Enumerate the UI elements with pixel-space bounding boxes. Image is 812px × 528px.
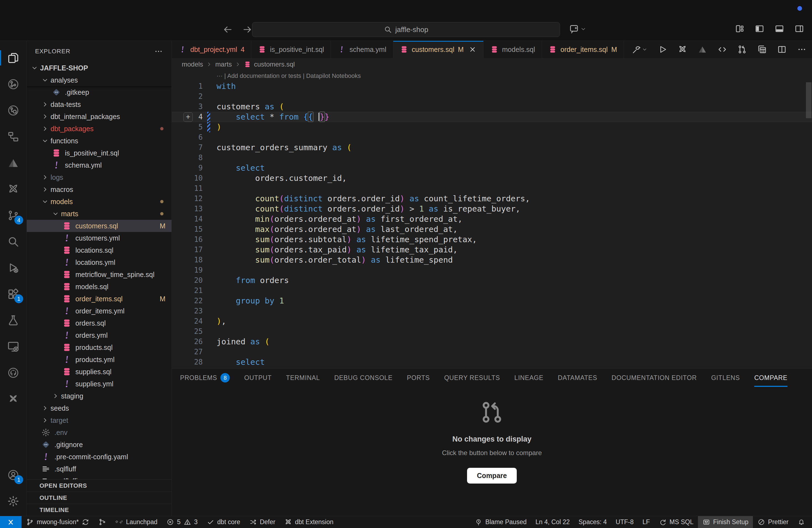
activity-bar-item[interactable] (0, 254, 27, 281)
tree-item[interactable]: schema.yml (27, 159, 172, 171)
close-icon[interactable] (468, 45, 477, 54)
editor-action[interactable] (632, 44, 648, 54)
editor-action[interactable] (697, 44, 707, 54)
status-item[interactable]: Launchpad (111, 516, 162, 528)
panel-tab[interactable]: PROBLEMS 8 (180, 369, 230, 387)
activity-bar-item[interactable] (0, 386, 27, 412)
toggle-sidebar-icon[interactable] (755, 24, 765, 34)
breadcrumb-file[interactable]: customers.sql (254, 60, 295, 68)
code-line[interactable]: 29 customers.*, (172, 367, 812, 368)
status-item[interactable]: Defer (245, 516, 280, 528)
activity-bar-item[interactable]: 4 (0, 202, 27, 229)
editor-action[interactable] (777, 44, 787, 54)
tree-item[interactable]: .pre-commit-config.yaml (27, 451, 172, 463)
tree-item[interactable]: is_positive_int.sql (27, 147, 172, 159)
code-line[interactable]: 5) (172, 122, 812, 132)
tree-item[interactable]: customers.yml (27, 232, 172, 244)
toggle-panel-icon[interactable] (774, 24, 784, 34)
code-line[interactable]: 13 count(distinct orders.order_id) > 1 a… (172, 204, 812, 214)
tree-item[interactable]: data-tests (27, 98, 172, 111)
breadcrumb-folder[interactable]: marts (215, 60, 232, 68)
editor-tab[interactable]: schema.yml (331, 41, 393, 58)
activity-bar-item[interactable] (0, 71, 27, 97)
panel-tab[interactable]: TERMINAL (286, 369, 320, 387)
activity-bar-item[interactable] (0, 150, 27, 176)
code-line[interactable]: 7customer_orders_summary as ( (172, 143, 812, 153)
status-item[interactable]: dbt Extension (280, 516, 338, 528)
code-line[interactable]: 6 (172, 132, 812, 143)
tree-item[interactable]: order_items.yml (27, 305, 172, 317)
editor-tab[interactable]: dbt_project.yml 4 (172, 41, 251, 58)
code-line[interactable]: 16 sum(orders.subtotal) as lifetime_spen… (172, 234, 812, 245)
tree-item[interactable]: metricflow_time_spine.sql (27, 268, 172, 281)
status-item[interactable]: Spaces: 4 (574, 516, 611, 528)
copilot-menu[interactable] (569, 24, 586, 34)
status-item[interactable] (0, 516, 21, 528)
tree-item[interactable]: products.yml (27, 353, 172, 366)
sidebar-section-header[interactable]: OUTLINE (27, 492, 172, 504)
activity-bar-item[interactable] (0, 307, 27, 333)
editor-action[interactable] (737, 44, 747, 54)
editor-action[interactable] (797, 44, 807, 54)
status-item[interactable]: Ln 4, Col 22 (531, 516, 574, 528)
tree-item[interactable]: functions (27, 135, 172, 147)
code-line[interactable]: 17 sum(orders.tax_paid) as lifetime_tax_… (172, 245, 812, 255)
editor-tab[interactable]: models.sql (483, 41, 542, 58)
codelens[interactable]: ··· | Add documentation or tests | Datap… (172, 71, 812, 81)
scrollbar-thumb[interactable] (806, 82, 811, 118)
tree-item[interactable]: locations.yml (27, 256, 172, 268)
forward-icon[interactable] (242, 24, 253, 35)
tree-item[interactable]: seeds (27, 402, 172, 414)
code-line[interactable]: 14 min(orders.ordered_at) as first_order… (172, 214, 812, 224)
activity-bar-item[interactable] (0, 123, 27, 150)
code-line[interactable]: 24), (172, 316, 812, 326)
tree-item[interactable]: logs (27, 171, 172, 184)
status-item[interactable]: dbt core (202, 516, 245, 528)
tree-item[interactable]: models (27, 195, 172, 208)
code-line[interactable]: 15 max(orders.ordered_at) as last_ordere… (172, 224, 812, 234)
activity-bar-item[interactable]: 1 (0, 281, 27, 307)
status-item[interactable]: MS SQL (654, 516, 698, 528)
tree-item[interactable]: dbt_packages (27, 122, 172, 135)
activity-bar-item[interactable] (0, 488, 27, 514)
sidebar-section-header[interactable]: TIMELINE (27, 504, 172, 516)
code-line[interactable]: 4+ select * from {{ }} (172, 112, 812, 122)
editor-tab[interactable]: customers.sql M (393, 41, 483, 58)
activity-bar-item[interactable] (0, 176, 27, 202)
toggle-secondary-sidebar-icon[interactable] (794, 24, 804, 34)
code-line[interactable]: 11 (172, 184, 812, 194)
code-line[interactable]: 22 group by 1 (172, 296, 812, 306)
gutter-add-button[interactable]: + (184, 113, 193, 122)
status-item[interactable]: LF (638, 516, 654, 528)
tree-item[interactable]: supplies.yml (27, 378, 172, 390)
panel-tab[interactable]: DEBUG CONSOLE (334, 369, 392, 387)
status-item[interactable] (94, 516, 111, 528)
code-line[interactable]: 26joined as ( (172, 337, 812, 347)
tree-item[interactable]: JAFFLE-SHOP (27, 62, 172, 74)
code-line[interactable]: 18 sum(orders.order_total) as lifetime_s… (172, 255, 812, 265)
tree-item[interactable]: target (27, 414, 172, 426)
tree-item[interactable]: order_items.sql M (27, 293, 172, 305)
back-icon[interactable] (222, 24, 233, 35)
tree-item[interactable]: analyses (27, 74, 172, 86)
panel-tab[interactable]: DATAMATES (558, 369, 597, 387)
editor-action[interactable] (757, 44, 767, 54)
tree-item[interactable]: supplies.sql (27, 366, 172, 378)
code-line[interactable]: 10 orders.customer_id, (172, 173, 812, 184)
tree-item[interactable]: .env (27, 426, 172, 439)
panel-tab[interactable]: PORTS (407, 369, 430, 387)
tree-item[interactable]: dbt_internal_packages (27, 111, 172, 122)
code-line[interactable]: 27 (172, 347, 812, 357)
panel-tab[interactable]: GITLENS (711, 369, 740, 387)
code-editor[interactable]: 1with23customers as (4+ select * from {{… (172, 81, 812, 368)
tree-item[interactable]: .sqlfluff (27, 463, 172, 475)
tree-item[interactable]: macros (27, 184, 172, 195)
editor-action[interactable] (657, 44, 668, 54)
code-line[interactable]: 20 from orders (172, 275, 812, 285)
tree-item[interactable]: locations.sql (27, 244, 172, 256)
status-item[interactable]: 5 3 (162, 516, 202, 528)
customize-layout-icon[interactable] (735, 24, 744, 34)
status-item[interactable]: UTF-8 (611, 516, 638, 528)
panel-tab[interactable]: OUTPUT (244, 369, 272, 387)
panel-tab[interactable]: COMPARE (754, 369, 787, 387)
